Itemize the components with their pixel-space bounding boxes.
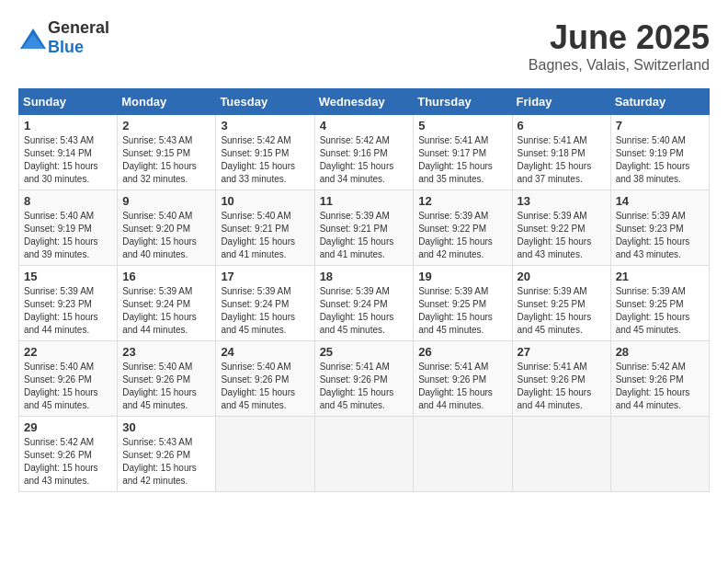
- cell-text: Sunrise: 5:40 AMSunset: 9:26 PMDaylight:…: [221, 362, 295, 410]
- day-header-saturday: Saturday: [610, 89, 709, 115]
- cell-text: Sunrise: 5:41 AMSunset: 9:26 PMDaylight:…: [320, 362, 394, 410]
- day-header-sunday: Sunday: [19, 89, 118, 115]
- calendar-cell: 25 Sunrise: 5:41 AMSunset: 9:26 PMDaylig…: [314, 341, 414, 417]
- day-number: 18: [320, 270, 409, 283]
- calendar-cell: 4 Sunrise: 5:42 AMSunset: 9:16 PMDayligh…: [314, 115, 414, 190]
- calendar-cell: [512, 417, 610, 492]
- day-number: 26: [418, 345, 506, 359]
- calendar-cell: 23 Sunrise: 5:40 AMSunset: 9:26 PMDaylig…: [118, 341, 216, 417]
- calendar-cell: 13 Sunrise: 5:39 AMSunset: 9:22 PMDaylig…: [512, 190, 610, 266]
- calendar-cell: 30 Sunrise: 5:43 AMSunset: 9:26 PMDaylig…: [118, 417, 216, 492]
- day-number: 15: [24, 270, 112, 283]
- page-header: General Blue June 2025 Bagnes, Valais, S…: [18, 18, 710, 74]
- day-number: 6: [518, 119, 606, 132]
- cell-text: Sunrise: 5:40 AMSunset: 9:19 PMDaylight:…: [616, 135, 690, 184]
- day-number: 12: [418, 194, 506, 208]
- day-number: 7: [616, 119, 704, 132]
- day-number: 27: [518, 345, 606, 359]
- day-number: 5: [418, 119, 506, 132]
- calendar-cell: 16 Sunrise: 5:39 AMSunset: 9:24 PMDaylig…: [118, 266, 216, 341]
- calendar-body: 1 Sunrise: 5:43 AMSunset: 9:14 PMDayligh…: [19, 115, 710, 492]
- cell-text: Sunrise: 5:39 AMSunset: 9:22 PMDaylight:…: [418, 211, 493, 259]
- cell-text: Sunrise: 5:40 AMSunset: 9:26 PMDaylight:…: [24, 362, 98, 410]
- day-number: 28: [616, 345, 704, 359]
- cell-text: Sunrise: 5:42 AMSunset: 9:26 PMDaylight:…: [616, 362, 690, 410]
- calendar-table: SundayMondayTuesdayWednesdayThursdayFrid…: [18, 88, 710, 492]
- calendar-week-row: 1 Sunrise: 5:43 AMSunset: 9:14 PMDayligh…: [19, 115, 710, 190]
- logo-blue: Blue: [48, 38, 84, 56]
- calendar-cell: 9 Sunrise: 5:40 AMSunset: 9:20 PMDayligh…: [118, 190, 216, 266]
- cell-text: Sunrise: 5:41 AMSunset: 9:26 PMDaylight:…: [418, 362, 493, 410]
- day-number: 22: [24, 345, 112, 359]
- calendar-week-row: 22 Sunrise: 5:40 AMSunset: 9:26 PMDaylig…: [19, 341, 710, 417]
- calendar-cell: 12 Sunrise: 5:39 AMSunset: 9:22 PMDaylig…: [414, 190, 512, 266]
- calendar-cell: [610, 417, 709, 492]
- day-number: 1: [24, 119, 112, 132]
- month-title: June 2025: [529, 18, 710, 57]
- day-number: 23: [122, 345, 210, 359]
- day-number: 17: [221, 270, 309, 283]
- cell-text: Sunrise: 5:42 AMSunset: 9:16 PMDaylight:…: [320, 135, 394, 184]
- cell-text: Sunrise: 5:40 AMSunset: 9:20 PMDaylight:…: [122, 211, 197, 259]
- day-number: 14: [616, 194, 704, 208]
- day-number: 13: [518, 194, 606, 208]
- cell-text: Sunrise: 5:39 AMSunset: 9:23 PMDaylight:…: [24, 286, 98, 335]
- calendar-cell: 10 Sunrise: 5:40 AMSunset: 9:21 PMDaylig…: [216, 190, 314, 266]
- cell-text: Sunrise: 5:43 AMSunset: 9:26 PMDaylight:…: [122, 437, 197, 486]
- day-header-wednesday: Wednesday: [314, 89, 414, 115]
- day-number: 4: [320, 119, 409, 132]
- day-number: 24: [221, 345, 309, 359]
- day-header-friday: Friday: [512, 89, 610, 115]
- calendar-cell: 22 Sunrise: 5:40 AMSunset: 9:26 PMDaylig…: [19, 341, 118, 417]
- calendar-week-row: 29 Sunrise: 5:42 AMSunset: 9:26 PMDaylig…: [19, 417, 710, 492]
- logo-general: General: [48, 18, 109, 37]
- day-number: 21: [616, 270, 704, 283]
- calendar-cell: 24 Sunrise: 5:40 AMSunset: 9:26 PMDaylig…: [216, 341, 314, 417]
- cell-text: Sunrise: 5:39 AMSunset: 9:25 PMDaylight:…: [418, 286, 493, 335]
- calendar-cell: 21 Sunrise: 5:39 AMSunset: 9:25 PMDaylig…: [610, 266, 709, 341]
- calendar-cell: 14 Sunrise: 5:39 AMSunset: 9:23 PMDaylig…: [610, 190, 709, 266]
- day-number: 2: [122, 119, 210, 132]
- location-title: Bagnes, Valais, Switzerland: [529, 57, 710, 74]
- day-header-tuesday: Tuesday: [216, 89, 314, 115]
- cell-text: Sunrise: 5:40 AMSunset: 9:26 PMDaylight:…: [122, 362, 197, 410]
- day-number: 9: [122, 194, 210, 208]
- calendar-cell: 17 Sunrise: 5:39 AMSunset: 9:24 PMDaylig…: [216, 266, 314, 341]
- calendar-cell: 20 Sunrise: 5:39 AMSunset: 9:25 PMDaylig…: [512, 266, 610, 341]
- cell-text: Sunrise: 5:40 AMSunset: 9:21 PMDaylight:…: [221, 211, 295, 259]
- day-header-monday: Monday: [118, 89, 216, 115]
- cell-text: Sunrise: 5:41 AMSunset: 9:17 PMDaylight:…: [418, 135, 493, 184]
- calendar-cell: 11 Sunrise: 5:39 AMSunset: 9:21 PMDaylig…: [314, 190, 414, 266]
- day-header-thursday: Thursday: [414, 89, 512, 115]
- cell-text: Sunrise: 5:42 AMSunset: 9:15 PMDaylight:…: [221, 135, 295, 184]
- logo-icon: [18, 27, 44, 49]
- title-area: June 2025 Bagnes, Valais, Switzerland: [529, 18, 710, 74]
- calendar-week-row: 8 Sunrise: 5:40 AMSunset: 9:19 PMDayligh…: [19, 190, 710, 266]
- cell-text: Sunrise: 5:43 AMSunset: 9:15 PMDaylight:…: [122, 135, 197, 184]
- calendar-cell: 15 Sunrise: 5:39 AMSunset: 9:23 PMDaylig…: [19, 266, 118, 341]
- calendar-week-row: 15 Sunrise: 5:39 AMSunset: 9:23 PMDaylig…: [19, 266, 710, 341]
- day-number: 3: [221, 119, 309, 132]
- cell-text: Sunrise: 5:39 AMSunset: 9:23 PMDaylight:…: [616, 211, 690, 259]
- cell-text: Sunrise: 5:40 AMSunset: 9:19 PMDaylight:…: [24, 211, 98, 259]
- calendar-cell: 1 Sunrise: 5:43 AMSunset: 9:14 PMDayligh…: [19, 115, 118, 190]
- cell-text: Sunrise: 5:41 AMSunset: 9:26 PMDaylight:…: [518, 362, 592, 410]
- calendar-cell: 27 Sunrise: 5:41 AMSunset: 9:26 PMDaylig…: [512, 341, 610, 417]
- calendar-cell: 28 Sunrise: 5:42 AMSunset: 9:26 PMDaylig…: [610, 341, 709, 417]
- calendar-cell: [314, 417, 414, 492]
- calendar-cell: 2 Sunrise: 5:43 AMSunset: 9:15 PMDayligh…: [118, 115, 216, 190]
- calendar-cell: 26 Sunrise: 5:41 AMSunset: 9:26 PMDaylig…: [414, 341, 512, 417]
- day-number: 16: [122, 270, 210, 283]
- day-number: 8: [24, 194, 112, 208]
- cell-text: Sunrise: 5:39 AMSunset: 9:21 PMDaylight:…: [320, 211, 394, 259]
- calendar-cell: 7 Sunrise: 5:40 AMSunset: 9:19 PMDayligh…: [610, 115, 709, 190]
- calendar-cell: 6 Sunrise: 5:41 AMSunset: 9:18 PMDayligh…: [512, 115, 610, 190]
- cell-text: Sunrise: 5:39 AMSunset: 9:24 PMDaylight:…: [122, 286, 197, 335]
- day-number: 30: [122, 420, 210, 434]
- calendar-cell: [414, 417, 512, 492]
- cell-text: Sunrise: 5:42 AMSunset: 9:26 PMDaylight:…: [24, 437, 98, 486]
- day-number: 10: [221, 194, 309, 208]
- cell-text: Sunrise: 5:39 AMSunset: 9:25 PMDaylight:…: [616, 286, 690, 335]
- calendar-cell: 8 Sunrise: 5:40 AMSunset: 9:19 PMDayligh…: [19, 190, 118, 266]
- cell-text: Sunrise: 5:39 AMSunset: 9:25 PMDaylight:…: [518, 286, 592, 335]
